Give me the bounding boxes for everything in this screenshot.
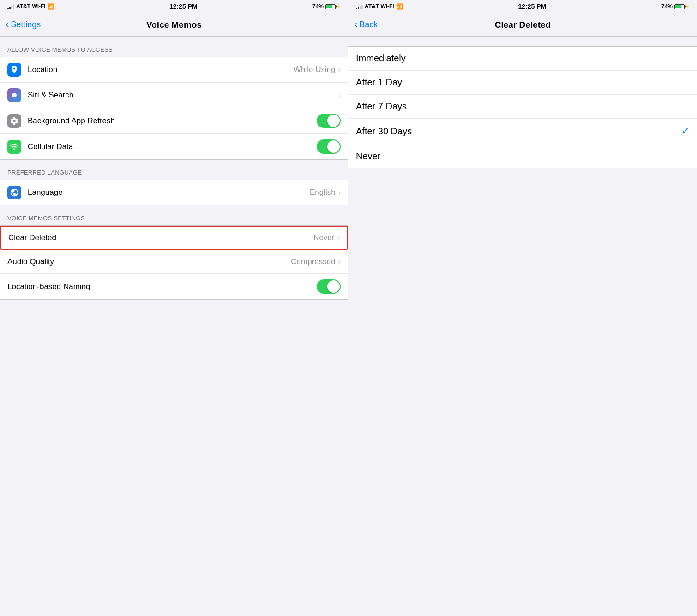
- language-label: Language: [28, 188, 310, 197]
- location-icon: [10, 65, 19, 74]
- row-cellular[interactable]: Cellular Data: [0, 134, 348, 159]
- status-right-left-icons: AT&T Wi-Fi 📶: [356, 3, 403, 10]
- carrier-right: AT&T Wi-Fi: [365, 3, 394, 10]
- back-chevron-right: ‹: [354, 19, 357, 30]
- audio-quality-chevron: ›: [338, 258, 341, 266]
- settings-group-language: Language English ›: [0, 180, 348, 205]
- location-naming-toggle-knob: [327, 280, 340, 293]
- battery-icon-left: ⚡: [325, 4, 341, 9]
- cellular-label: Cellular Data: [28, 142, 317, 151]
- globe-icon: [10, 188, 19, 197]
- option-immediately-label: Immediately: [356, 53, 690, 64]
- location-naming-toggle[interactable]: [317, 279, 341, 294]
- audio-quality-label: Audio Quality: [7, 257, 291, 266]
- option-never[interactable]: Never: [348, 144, 697, 168]
- page-title-left: Voice Memos: [146, 20, 202, 30]
- time-left: 12:25 PM: [169, 3, 198, 10]
- gear-icon-bg: [7, 114, 21, 128]
- section-header-vm-settings: VOICE MEMOS SETTINGS: [0, 205, 348, 225]
- row-clear-deleted[interactable]: Clear Deleted Never ›: [0, 226, 348, 250]
- back-button-right[interactable]: ‹ Back: [354, 20, 378, 30]
- clear-deleted-label: Clear Deleted: [8, 233, 313, 242]
- siri-icon: [10, 91, 19, 100]
- row-location[interactable]: Location While Using ›: [0, 57, 348, 83]
- cellular-toggle-knob: [327, 140, 340, 153]
- left-screen: AT&T Wi-Fi 📶 12:25 PM 74% ⚡ ‹ Settings V…: [0, 0, 348, 616]
- location-naming-label: Location-based Naming: [7, 282, 317, 291]
- nav-bar-left: ‹ Settings Voice Memos: [0, 13, 348, 37]
- status-right-icons-left: 74% ⚡: [312, 3, 341, 10]
- option-after-7-days[interactable]: After 7 Days: [348, 95, 697, 119]
- siri-label: Siri & Search: [28, 91, 338, 100]
- language-chevron: ›: [338, 188, 341, 197]
- location-chevron: ›: [338, 66, 341, 74]
- cellular-icon-bg: [7, 140, 21, 154]
- time-right: 12:25 PM: [518, 3, 546, 10]
- status-bar-left: AT&T Wi-Fi 📶 12:25 PM 74% ⚡: [0, 0, 348, 13]
- back-chevron-left: ‹: [6, 19, 9, 30]
- section-header-allow: ALLOW VOICE MEMOS TO ACCESS: [0, 37, 348, 57]
- section-header-language: PREFERRED LANGUAGE: [0, 160, 348, 180]
- siri-icon-bg: [7, 88, 21, 102]
- globe-icon-bg: [7, 186, 21, 199]
- audio-quality-value: Compressed: [291, 257, 335, 266]
- battery-percent-right: 74%: [661, 3, 673, 10]
- option-after-1-day-label: After 1 Day: [356, 77, 690, 88]
- status-bar-right: AT&T Wi-Fi 📶 12:25 PM 74% ⚡: [348, 0, 697, 13]
- location-value: While Using: [294, 65, 336, 74]
- back-label-left: Settings: [11, 20, 41, 30]
- option-after-7-days-label: After 7 Days: [356, 101, 690, 112]
- option-after-30-days[interactable]: After 30 Days ✓: [348, 119, 697, 144]
- right-top-spacer: [348, 37, 697, 46]
- wifi-icon-right: 📶: [396, 3, 403, 10]
- clear-deleted-chevron: ›: [337, 234, 340, 242]
- clear-deleted-options: Immediately After 1 Day After 7 Days Aft…: [348, 46, 697, 168]
- clear-deleted-value: Never: [313, 233, 334, 242]
- page-title-right: Clear Deleted: [495, 20, 551, 30]
- right-screen: AT&T Wi-Fi 📶 12:25 PM 74% ⚡ ‹ Back Clear…: [348, 0, 697, 616]
- option-never-label: Never: [356, 151, 690, 162]
- cellular-icon: [10, 142, 19, 151]
- option-after-1-day[interactable]: After 1 Day: [348, 71, 697, 95]
- checkmark-icon: ✓: [681, 125, 690, 137]
- location-icon-bg: [7, 63, 21, 77]
- wifi-icon: 📶: [48, 3, 54, 10]
- bg-refresh-toggle[interactable]: [317, 114, 341, 128]
- left-spacer: [0, 300, 348, 616]
- row-siri[interactable]: Siri & Search ›: [0, 83, 348, 108]
- row-background-refresh[interactable]: Background App Refresh: [0, 108, 348, 134]
- option-after-30-days-label: After 30 Days: [356, 126, 681, 137]
- signal-icon-right: [356, 4, 363, 9]
- row-language[interactable]: Language English ›: [0, 180, 348, 205]
- status-right-right-icons: 74% ⚡: [661, 3, 690, 10]
- battery-icon-right: ⚡: [674, 4, 690, 9]
- bg-refresh-toggle-knob: [327, 115, 340, 127]
- settings-group-allow: Location While Using › Siri & Search › B…: [0, 57, 348, 160]
- row-location-naming[interactable]: Location-based Naming: [0, 274, 348, 299]
- right-spacer: [348, 168, 697, 616]
- row-audio-quality[interactable]: Audio Quality Compressed ›: [0, 250, 348, 274]
- location-label: Location: [28, 65, 294, 74]
- bg-refresh-label: Background App Refresh: [28, 116, 317, 126]
- back-label-right: Back: [359, 20, 378, 30]
- language-value: English: [310, 188, 336, 197]
- carrier-left: AT&T Wi-Fi: [16, 3, 46, 10]
- battery-percent-left: 74%: [312, 3, 324, 10]
- cellular-toggle[interactable]: [317, 139, 341, 154]
- signal-icon: [7, 4, 14, 9]
- nav-bar-right: ‹ Back Clear Deleted: [348, 13, 697, 37]
- status-left-icons: AT&T Wi-Fi 📶: [7, 3, 54, 10]
- gear-icon: [10, 116, 19, 126]
- back-button-left[interactable]: ‹ Settings: [6, 20, 41, 30]
- settings-group-vm: Clear Deleted Never › Audio Quality Comp…: [0, 225, 348, 300]
- siri-chevron: ›: [338, 91, 341, 99]
- option-immediately[interactable]: Immediately: [348, 47, 697, 71]
